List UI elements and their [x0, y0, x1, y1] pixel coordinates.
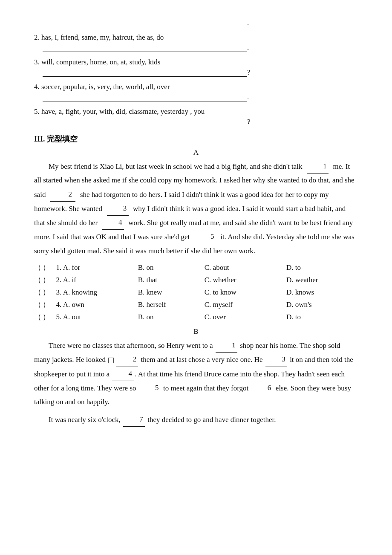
choice-A-2-D: D. weather: [286, 274, 358, 286]
choices-A-table: （ ） 1. A. for B. on C. about D. to （ ） 2…: [34, 261, 358, 323]
choice-A-4-C: C. myself: [205, 298, 286, 311]
choice-A-3-num: 3. A. knowing: [56, 286, 138, 298]
choice-A-1-B: B. on: [138, 261, 205, 274]
item-2-period: .: [247, 43, 249, 52]
checkbox-B-2-container: [108, 358, 115, 363]
item-3-q: ?: [247, 68, 251, 76]
choice-A-5-C: C. over: [205, 311, 286, 323]
item-5: 5. have, a, fight, your, with, did, clas…: [34, 107, 358, 126]
paren-close-5: ）: [43, 311, 56, 323]
choice-A-1-num: 1. A. for: [56, 261, 138, 274]
paren-open-5: （: [34, 311, 43, 323]
choice-A-5-D: D. to: [286, 311, 358, 323]
item-3-prompt: will, computers, home, on, at, study, ki…: [41, 58, 160, 66]
item-1-blank-row: .: [34, 19, 358, 27]
item-2-blank: [43, 52, 247, 52]
choice-A-2-num: 2. A. if: [56, 274, 138, 286]
choice-A-1-C: C. about: [205, 261, 286, 274]
item-4-blank-row: .: [34, 93, 358, 101]
item-3-label: 3.: [34, 58, 40, 66]
item-2: 2. has, I, friend, same, my, haircut, th…: [34, 33, 358, 52]
blank-A-5: 5: [194, 230, 216, 244]
blank-B-5: 5: [139, 381, 161, 395]
choice-A-4-row: （ ） 4. A. own B. herself C. myself D. ow…: [34, 298, 358, 311]
choice-A-5-row: （ ） 5. A. out B. on C. over D. to: [34, 311, 358, 323]
item-2-text: 2. has, I, friend, same, my, haircut, th…: [34, 33, 358, 42]
blank-B-1: 1: [216, 338, 237, 353]
item-1-period: .: [247, 19, 249, 27]
choice-A-1-row: （ ） 1. A. for B. on C. about D. to: [34, 261, 358, 274]
blank-A-1: 1: [307, 159, 329, 173]
section-III-title: III. 完型填空: [34, 134, 358, 144]
choice-A-2-B: B. that: [138, 274, 205, 286]
item-5-prompt: have, a, fight, your, with, did, classma…: [41, 107, 205, 116]
blank-B-6: 6: [251, 381, 273, 395]
passage-B-2: It was nearly six o'clock, 7 they decide…: [34, 413, 358, 427]
blank-A-3: 3: [107, 202, 129, 216]
section-III-title-text: 完型填空: [47, 135, 78, 143]
choice-A-3-row: （ ） 3. A. knowing B. knew C. to know D. …: [34, 286, 358, 298]
sub-A-title: A: [34, 148, 358, 157]
choice-A-2-C: C. whether: [205, 274, 286, 286]
choice-A-3-B: B. knew: [138, 286, 205, 298]
checkbox-B-2: [108, 358, 114, 363]
item-3-text: 3. will, computers, home, on, at, study,…: [34, 58, 358, 66]
item-5-text: 5. have, a, fight, your, with, did, clas…: [34, 107, 358, 116]
item-1: .: [34, 19, 358, 27]
section-III-label: III.: [34, 135, 45, 143]
choice-A-1-D: D. to: [286, 261, 358, 274]
blank-B-2: 2: [116, 353, 138, 367]
section-III: III. 完型填空 A My best friend is Xiao Li, b…: [34, 134, 358, 427]
sentence-reorder-section: . 2. has, I, friend, same, my, haircut, …: [34, 19, 358, 126]
item-2-label: 2.: [34, 33, 40, 41]
item-3-blank-row: ?: [34, 68, 358, 77]
sub-B-title: B: [34, 327, 358, 336]
item-5-blank: [43, 126, 247, 126]
choice-A-4-B: B. herself: [138, 298, 205, 311]
blank-B-7: 7: [123, 413, 145, 427]
paren-close-4: ）: [43, 298, 56, 311]
paren-open-1: （: [34, 261, 43, 274]
item-5-q: ?: [247, 118, 251, 126]
choice-A-4-num: 4. A. own: [56, 298, 138, 311]
item-3-blank: [43, 76, 247, 77]
item-3: 3. will, computers, home, on, at, study,…: [34, 58, 358, 77]
choice-A-3-D: D. knows: [286, 286, 358, 298]
item-4: 4. soccer, popular, is, very, the, world…: [34, 83, 358, 101]
paren-open-2: （: [34, 274, 43, 286]
paren-close-1: ）: [43, 261, 56, 274]
item-5-blank-row: ?: [34, 118, 358, 126]
paren-close-3: ）: [43, 286, 56, 298]
item-4-period: .: [247, 93, 249, 101]
item-2-blank-row: .: [34, 43, 358, 52]
paren-open-3: （: [34, 286, 43, 298]
passage-B-1: There were no classes that afternoon, so…: [34, 338, 358, 409]
item-4-blank: [43, 101, 247, 101]
item-4-prompt: soccer, popular, is, very, the, world, a…: [41, 83, 170, 91]
item-5-label: 5.: [34, 107, 40, 116]
item-4-label: 4.: [34, 83, 40, 91]
choice-A-2-row: （ ） 2. A. if B. that C. whether D. weath…: [34, 274, 358, 286]
blank-A-4: 4: [102, 216, 124, 230]
item-1-blank: [43, 27, 247, 27]
choice-A-3-C: C. to know: [205, 286, 286, 298]
choice-A-5-num: 5. A. out: [56, 311, 138, 323]
blank-B-4: 4: [112, 367, 134, 381]
item-4-text: 4. soccer, popular, is, very, the, world…: [34, 83, 358, 91]
blank-B-3: 3: [265, 353, 287, 367]
paren-open-4: （: [34, 298, 43, 311]
item-2-prompt: has, I, friend, same, my, haircut, the a…: [41, 33, 164, 41]
choice-A-4-D: D. own's: [286, 298, 358, 311]
choice-A-5-B: B. on: [138, 311, 205, 323]
paren-close-2: ）: [43, 274, 56, 286]
passage-A: My best friend is Xiao Li, but last week…: [34, 159, 358, 258]
blank-A-2: 2: [50, 188, 76, 202]
